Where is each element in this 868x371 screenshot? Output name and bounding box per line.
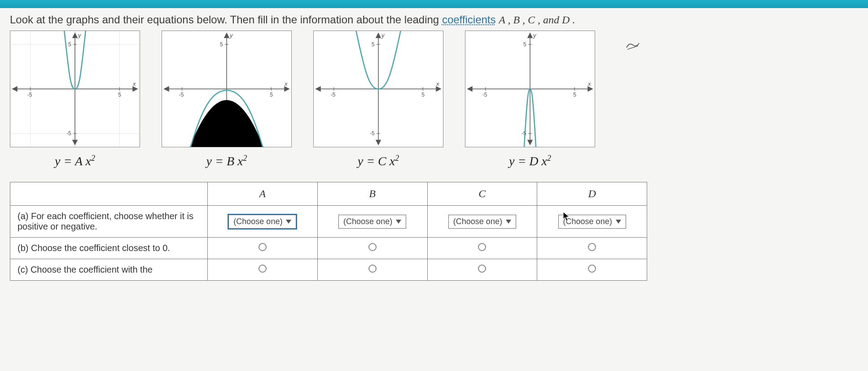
radio-c-c[interactable] [478, 265, 486, 273]
row-c: (c) Choose the coefficient with the [10, 259, 647, 281]
row-a: (a) For each coefficient, choose whether… [10, 206, 647, 238]
col-header-d: D [537, 182, 647, 206]
graph-block-a: -5 5 5 -5 y x y = A x2 [10, 31, 140, 168]
svg-text:-5: -5 [370, 130, 375, 137]
radio-c-d[interactable] [588, 265, 596, 273]
radio-b-d[interactable] [588, 243, 596, 251]
svg-text:-5: -5 [27, 92, 32, 98]
svg-marker-26 [224, 33, 229, 38]
dropdown-d-label: (Choose one) [563, 217, 612, 226]
page-content: Look at the graphs and their equations b… [0, 8, 868, 371]
col-header-c: C [427, 182, 537, 206]
instruction-vars: A , B , C , and D . [499, 14, 575, 26]
svg-text:5: 5 [372, 41, 375, 48]
dropdown-b[interactable]: (Choose one) [338, 215, 406, 229]
svg-text:5: 5 [68, 41, 71, 48]
chevron-down-icon [506, 220, 511, 224]
radio-b-a[interactable] [259, 243, 267, 251]
svg-text:5: 5 [573, 92, 576, 98]
dropdown-a-label: (Choose one) [233, 217, 282, 226]
svg-text:5: 5 [523, 41, 526, 48]
svg-text:y: y [533, 32, 537, 39]
chevron-down-icon [286, 220, 291, 224]
graph-b: -5 5 5 -5 y x [162, 31, 292, 147]
svg-text:-5: -5 [482, 92, 487, 98]
graph-a: -5 5 5 -5 y x [10, 31, 140, 147]
svg-text:x: x [436, 80, 439, 87]
svg-marker-58 [528, 33, 532, 38]
svg-text:5: 5 [270, 92, 273, 98]
svg-text:-5: -5 [66, 130, 71, 137]
table-header-row: A B C D [10, 182, 647, 206]
equation-c: y = C x2 [358, 154, 399, 168]
svg-marker-23 [285, 87, 289, 91]
svg-marker-39 [436, 87, 441, 91]
svg-marker-42 [376, 33, 381, 38]
svg-text:5: 5 [220, 41, 223, 48]
equation-a: y = A x2 [55, 154, 95, 168]
radio-c-b[interactable] [368, 265, 377, 273]
svg-text:y: y [381, 32, 385, 39]
instruction-text: Look at the graphs and their equations b… [10, 13, 858, 26]
graph-c: -5 5 5 -5 y x [313, 31, 443, 147]
svg-marker-7 [133, 87, 137, 91]
answers-table: A B C D (a) For each coefficient, choose… [10, 182, 647, 281]
svg-text:-5: -5 [179, 92, 184, 98]
graph-d: -5 5 5 -5 y x [465, 31, 595, 147]
row-a-label: (a) For each coefficient, choose whether… [10, 206, 208, 238]
svg-text:-5: -5 [331, 92, 336, 98]
col-header-b: B [317, 182, 427, 206]
svg-marker-10 [73, 33, 77, 38]
svg-text:x: x [587, 80, 591, 87]
svg-marker-40 [316, 87, 320, 91]
svg-text:y: y [78, 32, 82, 39]
graph-block-b: -5 5 5 -5 y x y = B x2 [162, 31, 292, 168]
equation-d: y = D x2 [509, 154, 551, 168]
dropdown-d[interactable]: (Choose one) [558, 215, 626, 229]
radio-b-c[interactable] [478, 243, 486, 251]
svg-text:y: y [229, 32, 233, 39]
svg-marker-24 [164, 87, 169, 91]
graphs-row: -5 5 5 -5 y x y = A x2 [10, 31, 858, 168]
radio-b-b[interactable] [368, 243, 377, 251]
svg-marker-59 [528, 140, 532, 145]
dropdown-a[interactable]: (Choose one) [228, 215, 296, 229]
svg-text:x: x [132, 80, 136, 87]
svg-marker-55 [588, 87, 592, 91]
svg-text:-5: -5 [522, 130, 526, 137]
svg-text:x: x [284, 80, 288, 87]
col-header-a: A [208, 182, 318, 206]
row-b-label: (b) Choose the coefficient closest to 0. [10, 238, 208, 259]
header-blank [10, 182, 208, 206]
dropdown-b-label: (Choose one) [343, 217, 392, 226]
scribble-icon [625, 40, 641, 53]
coefficients-link[interactable]: coefficients [442, 13, 496, 26]
instruction-prefix: Look at the graphs and their equations b… [10, 13, 442, 26]
svg-marker-56 [468, 87, 472, 91]
graph-block-d: -5 5 5 -5 y x y = D x2 [465, 31, 595, 168]
svg-marker-43 [376, 140, 381, 145]
chevron-down-icon [616, 220, 621, 224]
svg-text:5: 5 [421, 92, 425, 98]
graph-block-c: -5 5 5 -5 y x y = C x2 [313, 31, 443, 168]
window-top-bar [0, 0, 868, 8]
svg-marker-11 [73, 140, 77, 145]
radio-c-a[interactable] [259, 265, 267, 273]
row-c-label: (c) Choose the coefficient with the [10, 259, 208, 281]
chevron-down-icon [396, 220, 401, 224]
dropdown-c[interactable]: (Choose one) [448, 215, 516, 229]
svg-text:5: 5 [118, 92, 121, 98]
equation-b: y = B x2 [206, 154, 247, 168]
svg-marker-8 [13, 87, 17, 91]
dropdown-c-label: (Choose one) [453, 217, 502, 226]
row-b: (b) Choose the coefficient closest to 0. [10, 238, 647, 259]
